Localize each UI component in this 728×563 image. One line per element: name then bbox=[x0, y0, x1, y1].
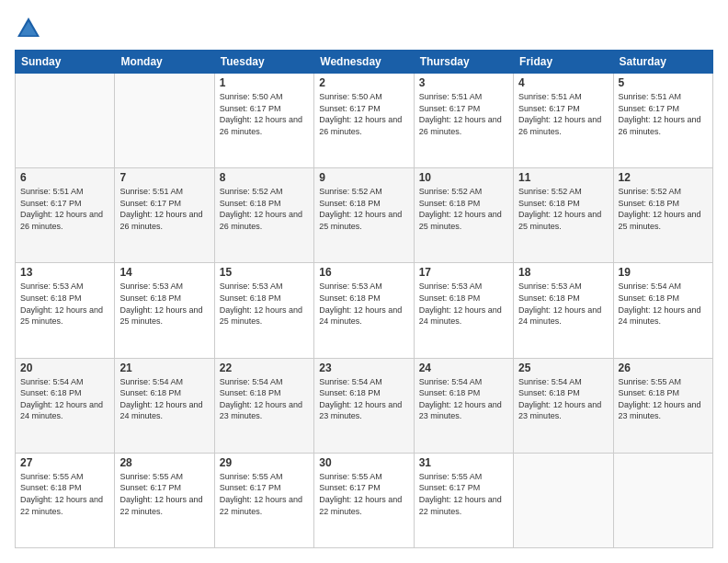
day-info: Sunrise: 5:52 AM Sunset: 6:18 PM Dayligh… bbox=[220, 186, 309, 232]
day-cell bbox=[514, 453, 613, 547]
logo-icon bbox=[15, 15, 42, 42]
day-info: Sunrise: 5:50 AM Sunset: 6:17 PM Dayligh… bbox=[319, 91, 408, 137]
day-info: Sunrise: 5:52 AM Sunset: 6:18 PM Dayligh… bbox=[619, 186, 708, 232]
logo bbox=[15, 15, 46, 42]
day-cell: 13Sunrise: 5:53 AM Sunset: 6:18 PM Dayli… bbox=[16, 263, 115, 358]
day-info: Sunrise: 5:53 AM Sunset: 6:18 PM Dayligh… bbox=[220, 281, 309, 327]
day-number: 12 bbox=[619, 171, 708, 184]
day-cell: 14Sunrise: 5:53 AM Sunset: 6:18 PM Dayli… bbox=[115, 263, 214, 358]
day-info: Sunrise: 5:55 AM Sunset: 6:17 PM Dayligh… bbox=[419, 471, 508, 517]
day-cell: 23Sunrise: 5:54 AM Sunset: 6:18 PM Dayli… bbox=[314, 358, 414, 453]
day-cell: 11Sunrise: 5:52 AM Sunset: 6:18 PM Dayli… bbox=[514, 168, 613, 263]
day-info: Sunrise: 5:53 AM Sunset: 6:18 PM Dayligh… bbox=[518, 281, 608, 327]
day-number: 2 bbox=[319, 76, 408, 89]
calendar-table: SundayMondayTuesdayWednesdayThursdayFrid… bbox=[15, 50, 713, 548]
week-row: 13Sunrise: 5:53 AM Sunset: 6:18 PM Dayli… bbox=[16, 263, 713, 358]
day-cell: 22Sunrise: 5:54 AM Sunset: 6:18 PM Dayli… bbox=[214, 358, 313, 453]
day-header: Sunday bbox=[16, 51, 115, 74]
day-cell: 31Sunrise: 5:55 AM Sunset: 6:17 PM Dayli… bbox=[414, 453, 513, 547]
day-info: Sunrise: 5:55 AM Sunset: 6:17 PM Dayligh… bbox=[119, 471, 209, 517]
day-cell: 6Sunrise: 5:51 AM Sunset: 6:17 PM Daylig… bbox=[16, 168, 115, 263]
day-cell: 8Sunrise: 5:52 AM Sunset: 6:18 PM Daylig… bbox=[214, 168, 313, 263]
day-info: Sunrise: 5:51 AM Sunset: 6:17 PM Dayligh… bbox=[419, 91, 508, 137]
day-number: 18 bbox=[518, 266, 608, 279]
day-number: 30 bbox=[319, 456, 408, 469]
day-number: 13 bbox=[20, 266, 109, 279]
day-info: Sunrise: 5:55 AM Sunset: 6:18 PM Dayligh… bbox=[20, 471, 109, 517]
day-number: 3 bbox=[419, 76, 508, 89]
day-number: 8 bbox=[220, 171, 309, 184]
day-cell: 3Sunrise: 5:51 AM Sunset: 6:17 PM Daylig… bbox=[414, 74, 513, 168]
day-cell: 1Sunrise: 5:50 AM Sunset: 6:17 PM Daylig… bbox=[214, 74, 313, 168]
day-number: 31 bbox=[419, 456, 508, 469]
day-header: Thursday bbox=[414, 51, 513, 74]
day-number: 19 bbox=[619, 266, 708, 279]
day-info: Sunrise: 5:51 AM Sunset: 6:17 PM Dayligh… bbox=[619, 91, 708, 137]
day-header: Wednesday bbox=[314, 51, 414, 74]
day-cell: 24Sunrise: 5:54 AM Sunset: 6:18 PM Dayli… bbox=[414, 358, 513, 453]
day-number: 9 bbox=[319, 171, 408, 184]
day-header: Tuesday bbox=[214, 51, 313, 74]
day-number: 15 bbox=[220, 266, 309, 279]
day-info: Sunrise: 5:53 AM Sunset: 6:18 PM Dayligh… bbox=[119, 281, 209, 327]
day-info: Sunrise: 5:52 AM Sunset: 6:18 PM Dayligh… bbox=[319, 186, 408, 232]
day-cell: 15Sunrise: 5:53 AM Sunset: 6:18 PM Dayli… bbox=[214, 263, 313, 358]
day-number: 4 bbox=[518, 76, 608, 89]
day-cell: 21Sunrise: 5:54 AM Sunset: 6:18 PM Dayli… bbox=[115, 358, 214, 453]
day-header: Friday bbox=[514, 51, 613, 74]
day-number: 5 bbox=[619, 76, 708, 89]
day-header: Saturday bbox=[613, 51, 712, 74]
day-cell: 29Sunrise: 5:55 AM Sunset: 6:17 PM Dayli… bbox=[214, 453, 313, 547]
day-cell bbox=[115, 74, 214, 168]
day-info: Sunrise: 5:55 AM Sunset: 6:17 PM Dayligh… bbox=[220, 471, 309, 517]
day-number: 20 bbox=[20, 362, 109, 374]
day-cell: 27Sunrise: 5:55 AM Sunset: 6:18 PM Dayli… bbox=[16, 453, 115, 547]
day-info: Sunrise: 5:51 AM Sunset: 6:17 PM Dayligh… bbox=[518, 91, 608, 137]
day-cell: 16Sunrise: 5:53 AM Sunset: 6:18 PM Dayli… bbox=[314, 263, 414, 358]
day-info: Sunrise: 5:52 AM Sunset: 6:18 PM Dayligh… bbox=[518, 186, 608, 232]
day-info: Sunrise: 5:50 AM Sunset: 6:17 PM Dayligh… bbox=[220, 91, 309, 137]
day-info: Sunrise: 5:53 AM Sunset: 6:18 PM Dayligh… bbox=[419, 281, 508, 327]
day-info: Sunrise: 5:54 AM Sunset: 6:18 PM Dayligh… bbox=[419, 376, 508, 422]
day-cell: 26Sunrise: 5:55 AM Sunset: 6:18 PM Dayli… bbox=[613, 358, 712, 453]
header bbox=[15, 15, 713, 42]
day-info: Sunrise: 5:52 AM Sunset: 6:18 PM Dayligh… bbox=[419, 186, 508, 232]
day-cell: 28Sunrise: 5:55 AM Sunset: 6:17 PM Dayli… bbox=[115, 453, 214, 547]
day-cell: 10Sunrise: 5:52 AM Sunset: 6:18 PM Dayli… bbox=[414, 168, 513, 263]
day-cell: 17Sunrise: 5:53 AM Sunset: 6:18 PM Dayli… bbox=[414, 263, 513, 358]
day-info: Sunrise: 5:54 AM Sunset: 6:18 PM Dayligh… bbox=[119, 376, 209, 422]
day-cell: 20Sunrise: 5:54 AM Sunset: 6:18 PM Dayli… bbox=[16, 358, 115, 453]
day-cell: 4Sunrise: 5:51 AM Sunset: 6:17 PM Daylig… bbox=[514, 74, 613, 168]
day-cell: 12Sunrise: 5:52 AM Sunset: 6:18 PM Dayli… bbox=[613, 168, 712, 263]
day-info: Sunrise: 5:55 AM Sunset: 6:17 PM Dayligh… bbox=[319, 471, 408, 517]
day-number: 27 bbox=[20, 456, 109, 469]
day-number: 7 bbox=[119, 171, 209, 184]
day-number: 16 bbox=[319, 266, 408, 279]
day-number: 25 bbox=[518, 362, 608, 374]
day-number: 22 bbox=[220, 362, 309, 374]
day-number: 1 bbox=[220, 76, 309, 89]
day-info: Sunrise: 5:53 AM Sunset: 6:18 PM Dayligh… bbox=[319, 281, 408, 327]
day-info: Sunrise: 5:54 AM Sunset: 6:18 PM Dayligh… bbox=[319, 376, 408, 422]
week-row: 27Sunrise: 5:55 AM Sunset: 6:18 PM Dayli… bbox=[16, 453, 713, 547]
day-number: 21 bbox=[119, 362, 209, 374]
day-cell: 2Sunrise: 5:50 AM Sunset: 6:17 PM Daylig… bbox=[314, 74, 414, 168]
day-cell bbox=[613, 453, 712, 547]
week-row: 6Sunrise: 5:51 AM Sunset: 6:17 PM Daylig… bbox=[16, 168, 713, 263]
day-number: 14 bbox=[119, 266, 209, 279]
day-info: Sunrise: 5:53 AM Sunset: 6:18 PM Dayligh… bbox=[20, 281, 109, 327]
day-cell: 30Sunrise: 5:55 AM Sunset: 6:17 PM Dayli… bbox=[314, 453, 414, 547]
calendar-page: SundayMondayTuesdayWednesdayThursdayFrid… bbox=[0, 0, 728, 563]
day-number: 28 bbox=[119, 456, 209, 469]
day-info: Sunrise: 5:54 AM Sunset: 6:18 PM Dayligh… bbox=[518, 376, 608, 422]
day-number: 29 bbox=[220, 456, 309, 469]
day-cell: 18Sunrise: 5:53 AM Sunset: 6:18 PM Dayli… bbox=[514, 263, 613, 358]
day-info: Sunrise: 5:54 AM Sunset: 6:18 PM Dayligh… bbox=[20, 376, 109, 422]
day-number: 23 bbox=[319, 362, 408, 374]
day-cell: 25Sunrise: 5:54 AM Sunset: 6:18 PM Dayli… bbox=[514, 358, 613, 453]
day-info: Sunrise: 5:51 AM Sunset: 6:17 PM Dayligh… bbox=[119, 186, 209, 232]
day-info: Sunrise: 5:54 AM Sunset: 6:18 PM Dayligh… bbox=[619, 281, 708, 327]
day-number: 10 bbox=[419, 171, 508, 184]
week-row: 20Sunrise: 5:54 AM Sunset: 6:18 PM Dayli… bbox=[16, 358, 713, 453]
day-cell: 9Sunrise: 5:52 AM Sunset: 6:18 PM Daylig… bbox=[314, 168, 414, 263]
